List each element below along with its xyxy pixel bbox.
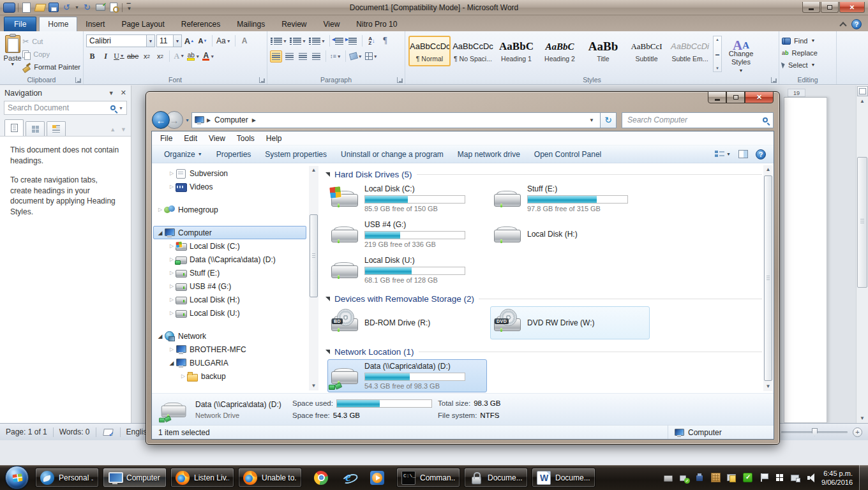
group-collapse-icon[interactable] (326, 172, 330, 177)
word-count[interactable]: Words: 0 (59, 427, 90, 436)
style-subtle-em-[interactable]: AaBbCcDiSubtle Em... (669, 36, 711, 66)
menu-view[interactable]: View (203, 131, 231, 145)
views-button[interactable]: ▼ (715, 150, 731, 158)
explorer-search-input[interactable]: Search Computer (622, 112, 774, 128)
tree-item-homegroup[interactable]: ▷Homegroup (153, 203, 306, 216)
style-heading-2[interactable]: AaBbCHeading 2 (539, 36, 581, 66)
group-header[interactable]: Devices with Removable Storage (2) (324, 291, 762, 306)
expand-icon[interactable]: ▷ (168, 283, 176, 289)
menu-tools[interactable]: Tools (231, 131, 260, 145)
browse-results-tab[interactable] (47, 121, 66, 136)
previous-heading-icon[interactable]: ▲ (110, 126, 116, 133)
zoom-in-button[interactable]: + (853, 427, 862, 437)
action-center-icon[interactable] (759, 473, 768, 482)
style--normal[interactable]: AaBbCcDc¶ Normal (408, 36, 451, 66)
decrease-indent-button[interactable]: ◀ (333, 35, 345, 47)
tab-view[interactable]: View (315, 17, 348, 31)
italic-button[interactable]: I (100, 50, 112, 63)
update-ok-icon[interactable] (743, 473, 752, 482)
taskbar-button-docume-[interactable]: Docume... (532, 468, 595, 487)
expand-icon[interactable]: ▷ (156, 207, 164, 212)
media-player-icon[interactable] (370, 471, 384, 485)
breadcrumb[interactable]: Computer (213, 115, 250, 124)
tree-item-local-disk-u-[interactable]: ▷Local Disk (U:) (153, 306, 306, 320)
word-scrollbar-thumb[interactable] (857, 157, 867, 288)
font-name-dropdown-icon[interactable]: ▼ (146, 35, 154, 47)
drive-tile[interactable]: USB #4 (G:)219 GB free of 336 GB (327, 218, 487, 251)
highlight-button[interactable]: ab▼ (186, 50, 200, 63)
toolbar-uninstall-or-change-a-program[interactable]: Uninstall or change a program (334, 147, 451, 161)
help-icon[interactable]: ? (851, 19, 862, 29)
toolbar-open-control-panel[interactable]: Open Control Panel (527, 147, 608, 161)
print-icon[interactable] (95, 3, 106, 13)
expand-icon[interactable]: ▷ (179, 373, 187, 379)
tree-item-local-disk-c-[interactable]: ▷Local Disk (C:) (153, 239, 306, 253)
borders-button[interactable]: ▼ (364, 50, 378, 63)
copy-button[interactable]: Copy (22, 48, 80, 60)
menu-file[interactable]: File (154, 131, 178, 145)
select-button[interactable]: Select▼ (782, 59, 834, 71)
document-page[interactable] (784, 97, 827, 423)
navigation-options-icon[interactable]: ▼ (108, 90, 114, 96)
backup-grid-icon[interactable] (711, 473, 721, 482)
ie-icon[interactable] (342, 471, 356, 485)
remote-app-icon[interactable] (727, 473, 737, 482)
text-effects-button[interactable]: A▼ (173, 50, 185, 63)
bullets-button[interactable]: ▼ (270, 35, 288, 47)
get-windows-10-icon[interactable] (775, 473, 784, 482)
change-case-button[interactable]: Aa▼ (216, 35, 232, 47)
style-subtitle[interactable]: AaBbCcISubtitle (625, 36, 668, 66)
collapse-icon[interactable]: ◢ (156, 333, 164, 339)
spellcheck-icon[interactable] (103, 428, 113, 436)
tab-file[interactable]: File (4, 17, 36, 31)
taskbar-button-listen-liv-[interactable]: Listen Liv... (170, 468, 234, 487)
justify-button[interactable] (310, 50, 322, 63)
scroll-down-icon[interactable]: ▼ (311, 382, 317, 390)
scroll-up-icon[interactable]: ▲ (766, 165, 771, 174)
minimize-button[interactable] (802, 2, 820, 13)
browse-pages-tab[interactable] (26, 121, 45, 136)
expand-icon[interactable]: ▷ (168, 297, 176, 302)
scroll-up-icon[interactable]: ▲ (860, 97, 865, 106)
subscript-button[interactable]: x2 (140, 50, 153, 63)
scroll-up-icon[interactable]: ▲ (311, 166, 317, 175)
cut-button[interactable]: ✂Cut (22, 36, 80, 47)
menu-edit[interactable]: Edit (178, 131, 203, 145)
taskbar-button-computer[interactable]: Computer (103, 468, 167, 487)
taskbar-button-comman-[interactable]: Comman... (396, 468, 460, 487)
zoom-slider-thumb[interactable] (812, 428, 818, 436)
superscript-button[interactable]: x2 (154, 50, 166, 63)
print-agent-icon[interactable] (695, 473, 705, 482)
safely-remove-icon[interactable] (679, 473, 689, 482)
address-dropdown-icon[interactable]: ▼ (585, 113, 598, 128)
expand-icon[interactable]: ▷ (168, 184, 176, 189)
tab-home[interactable]: Home (39, 17, 77, 31)
page-count[interactable]: Page: 1 of 1 (6, 427, 47, 436)
undo-dropdown-icon[interactable]: ▼ (75, 5, 79, 10)
close-button[interactable]: ✕ (839, 2, 865, 13)
recent-pages-icon[interactable]: ▼ (185, 118, 190, 122)
explorer-titlebar[interactable]: ✕ (146, 92, 779, 109)
start-button[interactable] (0, 465, 33, 490)
main-scrollbar[interactable]: ▲ ▼ (763, 165, 773, 391)
toolbar-map-network-drive[interactable]: Map network drive (451, 147, 527, 161)
help-icon[interactable]: ? (756, 149, 766, 160)
shading-button[interactable]: ▼ (349, 50, 363, 63)
increase-indent-button[interactable]: ▶ (347, 35, 359, 47)
next-heading-icon[interactable]: ▼ (121, 126, 126, 133)
minimize-button[interactable] (708, 91, 726, 103)
ruler-toggle-icon[interactable] (857, 86, 868, 96)
bold-button[interactable]: B (86, 50, 98, 63)
tab-mailings[interactable]: Mailings (228, 17, 273, 31)
group-collapse-icon[interactable] (326, 297, 330, 301)
redo-icon[interactable]: ↻ (82, 3, 93, 13)
navigation-close-icon[interactable]: ✕ (121, 89, 126, 97)
font-name-combo[interactable]: Calibri▼ (86, 34, 155, 47)
expand-icon[interactable]: ▷ (168, 346, 176, 352)
strikethrough-button[interactable]: abe (126, 50, 139, 63)
document-search-input[interactable]: Search Document ▼ (4, 101, 127, 115)
paragraph-dialog-launcher[interactable] (397, 77, 403, 83)
print-preview-icon[interactable] (108, 3, 119, 13)
group-collapse-icon[interactable] (326, 350, 330, 354)
close-button[interactable]: ✕ (745, 91, 774, 103)
